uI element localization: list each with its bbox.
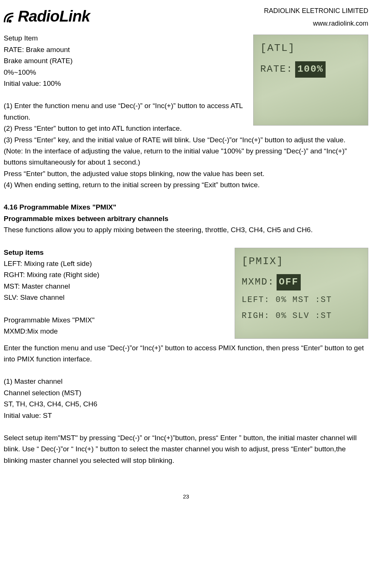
channels: ST, TH, CH3, CH4, CH5, CH6: [4, 399, 368, 410]
lcd-pmix-left-row: LEFT: 0% MST :ST: [242, 293, 361, 306]
atl-lcd-image: [ATL] RATE: 100%: [253, 35, 368, 126]
content: [ATL] RATE: 100% Setup Item RATE: Brake …: [4, 33, 368, 466]
radio-wave-icon: [4, 9, 17, 24]
lcd-atl-rate-row: RATE: 100%: [260, 61, 361, 78]
header-right: RADIOLINK ELETRONIC LIMITED www.radiolin…: [264, 4, 368, 30]
pmix-subtitle: Programmable mixes between arbitrary cha…: [4, 213, 368, 224]
pmix-title: 4.16 Programmable Mixes "PMIX": [4, 202, 368, 213]
svg-point-0: [9, 20, 12, 23]
atl-press-enter: Press “Enter” button, the adjusted value…: [4, 168, 368, 179]
lcd-pmix-righ-row: RIGH: 0% SLV :ST: [242, 309, 361, 322]
logo: RadioLink: [4, 4, 90, 29]
website: www.radiolink.com: [264, 17, 368, 30]
logo-text: RadioLink: [18, 4, 90, 29]
atl-note: (Note: In the interface of adjusting the…: [4, 146, 368, 168]
pmix-desc: These functions allow you to apply mixin…: [4, 224, 368, 235]
channel-sel: Channel selection (MST): [4, 387, 368, 399]
select-mst: Select setup item"MST" by pressing “Dec(…: [4, 432, 368, 466]
lcd-mxmd-prefix: MXMD:: [242, 274, 274, 290]
lcd-atl-title: [ATL]: [260, 40, 361, 57]
master-title: (1) Master channel: [4, 376, 368, 387]
lcd-pmix-mxmd-row: MXMD: OFF: [242, 274, 361, 290]
company-name: RADIOLINK ELETRONIC LIMITED: [264, 4, 368, 17]
page-header: RadioLink RADIOLINK ELETRONIC LIMITED ww…: [4, 4, 368, 30]
pmix-enter-func: Enter the function menu and use “Dec(-)”…: [4, 342, 368, 365]
atl-step3: (3) Press “Enter” key, and the initial v…: [4, 134, 368, 146]
atl-step4: (4) When ending setting, return to the i…: [4, 179, 368, 191]
lcd-pmix-title: [PMIX]: [242, 253, 361, 270]
pmix-lcd-image: [PMIX] MXMD: OFF LEFT: 0% MST :ST RIGH: …: [235, 248, 368, 339]
lcd-rate-value: 100%: [295, 61, 326, 78]
lcd-mxmd-value: OFF: [277, 274, 301, 290]
page-number: 23: [4, 492, 368, 501]
pmix-initial: Initial value: ST: [4, 410, 368, 421]
lcd-rate-prefix: RATE:: [260, 62, 293, 77]
